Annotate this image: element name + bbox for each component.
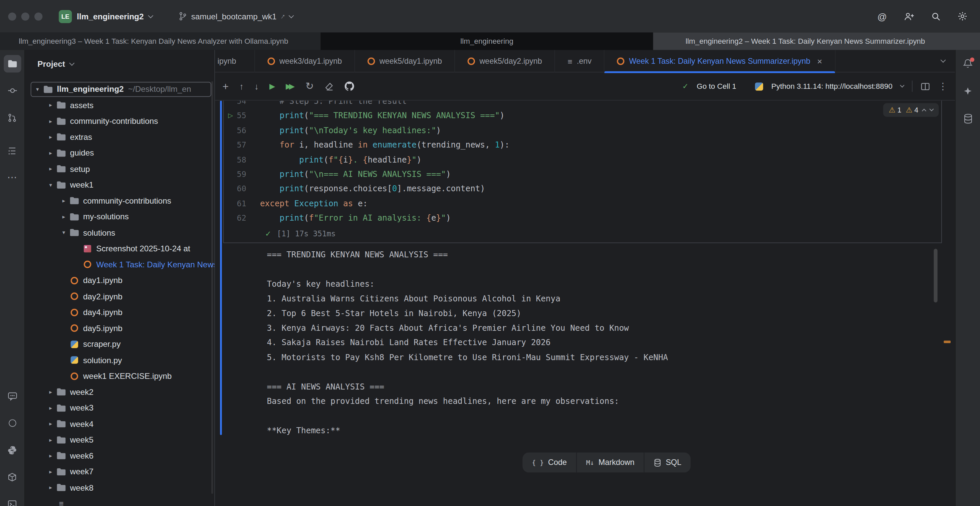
ai-chat-icon[interactable] (3, 388, 21, 405)
tree-chevron-icon[interactable]: ▸ (46, 421, 56, 427)
move-cell-up-icon[interactable]: ↑ (239, 82, 243, 91)
minimize-window-button[interactable] (21, 12, 29, 21)
code-line[interactable]: 61except Exception as e: (224, 196, 941, 211)
tree-item-week7[interactable]: ▸week7 (25, 464, 214, 480)
add-code-cell-button[interactable]: { } Code (522, 453, 576, 473)
run-line-icon[interactable]: ▷ (228, 108, 233, 123)
tree-item-partial[interactable]: ≡ (25, 496, 214, 506)
add-cell-icon[interactable]: + (223, 81, 229, 91)
code-line[interactable]: 60 print(response.choices[0].message.con… (224, 181, 941, 196)
tree-item-day5-ipynb[interactable]: day5.ipynb (25, 320, 214, 336)
tree-item-week2[interactable]: ▸week2 (25, 384, 214, 400)
project-icon[interactable] (3, 55, 21, 72)
code-editor[interactable]: 54 # Step 5: Print the result▷55 print("… (224, 100, 941, 225)
move-cell-down-icon[interactable]: ↓ (255, 82, 259, 91)
inspections-widget[interactable]: ⚠ 1 ⚠ 4 (883, 103, 939, 117)
code-cell[interactable]: 54 # Step 5: Print the result▷55 print("… (223, 100, 942, 243)
structure-icon[interactable] (3, 142, 21, 159)
tree-item-week5[interactable]: ▸week5 (25, 432, 214, 448)
restart-kernel-icon[interactable]: ↻ (305, 81, 314, 91)
code-line[interactable]: 59 print("\n=== AI NEWS ANALYSIS ===") (224, 167, 941, 181)
tree-chevron-icon[interactable]: ▸ (46, 134, 56, 140)
tree-item-solutions[interactable]: ▾solutions (25, 224, 214, 241)
settings-gear-icon[interactable] (958, 11, 968, 21)
python-console-icon[interactable] (3, 441, 21, 458)
run-all-cells-icon[interactable]: ▶▶ (286, 83, 293, 90)
tree-item-guides[interactable]: ▸guides (25, 145, 214, 161)
terminal-icon[interactable] (3, 495, 21, 506)
tree-item-my-solutions[interactable]: ▸my-solutions (25, 208, 214, 224)
services-icon[interactable] (3, 468, 21, 485)
close-tab-icon[interactable]: × (817, 57, 822, 65)
clear-outputs-icon[interactable] (325, 81, 334, 91)
project-panel-header[interactable]: Project (25, 50, 214, 78)
window-tab[interactable]: llm_engineering2 – Week 1 Task: Daily Ke… (653, 32, 980, 50)
output-scrollbar[interactable] (934, 249, 937, 302)
tree-chevron-icon[interactable]: ▸ (46, 405, 56, 411)
database-icon[interactable] (959, 110, 976, 127)
search-icon[interactable] (931, 12, 940, 21)
tree-chevron-icon[interactable]: ▸ (46, 389, 56, 395)
tree-chevron-icon[interactable]: ▸ (46, 102, 56, 108)
tree-chevron-icon[interactable]: ▸ (59, 197, 69, 204)
zoom-window-button[interactable] (34, 12, 42, 21)
tree-item-extras[interactable]: ▸extras (25, 129, 214, 145)
tree-chevron-icon[interactable]: ▸ (46, 437, 56, 443)
tree-item-community-contributions[interactable]: ▸community-contributions (25, 193, 214, 209)
split-editor-icon[interactable] (921, 82, 930, 90)
tree-item-scraper-py[interactable]: scraper.py (25, 336, 214, 352)
window-tab[interactable]: llm_engineering3 – Week 1 Task: Kenyan D… (0, 32, 321, 50)
prev-problem-icon[interactable] (922, 109, 926, 113)
chevron-down-icon[interactable] (900, 83, 904, 88)
editor-tab[interactable]: Week 1 Task: Daily Kenyan News Summarize… (605, 50, 835, 72)
tree-chevron-icon[interactable]: ▸ (46, 469, 56, 475)
mentions-icon[interactable]: @ (877, 11, 887, 22)
tree-item-week8[interactable]: ▸week8 (25, 480, 214, 496)
code-line[interactable]: 62 print(f"Error in AI analysis: {e}") (224, 211, 941, 225)
tree-item-week3[interactable]: ▸week3 (25, 400, 214, 416)
tree-item-assets[interactable]: ▸assets (25, 97, 214, 113)
tree-chevron-icon[interactable]: ▸ (46, 485, 56, 491)
editor-tab[interactable]: ≡.env (555, 50, 605, 72)
editor-tab[interactable]: week5/day2.ipynb (455, 50, 555, 72)
notifications-icon[interactable] (959, 55, 976, 72)
tree-chevron-icon[interactable]: ▾ (32, 86, 42, 92)
tree-item-solution-py[interactable]: solution.py (25, 352, 214, 368)
more-icon[interactable]: ⋯ (3, 169, 21, 186)
add-sql-cell-button[interactable]: SQL (644, 453, 690, 473)
tree-chevron-icon[interactable]: ▸ (46, 166, 56, 172)
tree-chevron-icon[interactable]: ▸ (46, 150, 56, 156)
window-tab[interactable]: llm_engineering (321, 32, 653, 50)
tree-item-day4-ipynb[interactable]: day4.ipynb (25, 304, 214, 320)
tree-chevron-icon[interactable]: ▸ (59, 213, 69, 220)
goto-cell-button[interactable]: Go to Cell 1 (697, 82, 737, 91)
tab-list-chevron-icon[interactable] (940, 57, 946, 63)
interpreter-selector[interactable]: Python 3.11.14: http://localhost:8890 (772, 82, 892, 91)
add-markdown-cell-button[interactable]: M↓ Markdown (576, 453, 644, 473)
next-problem-icon[interactable] (930, 107, 934, 111)
code-line[interactable]: 57 for i, headline in enumerate(trending… (224, 137, 941, 152)
code-line[interactable]: 58 print(f"{i}. {headline}") (224, 152, 941, 167)
tree-chevron-icon[interactable]: ▾ (59, 230, 69, 236)
tree-item-week1[interactable]: ▾week1 (25, 177, 214, 193)
commit-icon[interactable] (3, 82, 21, 99)
github-icon[interactable] (344, 81, 355, 91)
project-selector[interactable]: LE llm_engineering2 (59, 10, 153, 23)
tree-chevron-icon[interactable]: ▾ (46, 181, 56, 188)
tree-chevron-icon[interactable]: ▸ (46, 453, 56, 459)
vcs-branch-selector[interactable]: samuel_bootcamp_wk1 ↑ (178, 12, 293, 21)
tree-item-llm-engineering2[interactable]: ▾llm_engineering2~/Desktop/llm_en (25, 81, 214, 97)
tree-item-setup[interactable]: ▸setup (25, 161, 214, 177)
code-with-me-icon[interactable] (904, 12, 915, 21)
tree-chevron-icon[interactable]: ▸ (46, 118, 56, 124)
more-options-icon[interactable]: ⋮ (938, 81, 948, 92)
tree-item-community-contributions[interactable]: ▸community-contributions (25, 113, 214, 129)
editor-tab[interactable]: week5/day1.ipynb (355, 50, 455, 72)
code-line[interactable]: 56 print("\nToday's key headlines:") (224, 123, 941, 137)
tree-item-week-1-task-daily-kenyan-news-su[interactable]: Week 1 Task: Daily Kenyan News Summarize… (25, 257, 214, 273)
run-cell-icon[interactable]: ▶ (269, 83, 275, 90)
tree-item-day2-ipynb[interactable]: day2.ipynb (25, 288, 214, 304)
notebook-icon[interactable] (3, 414, 21, 431)
error-stripe-mark[interactable] (943, 341, 951, 343)
editor-tab[interactable]: week3/day1.ipynb (255, 50, 355, 72)
